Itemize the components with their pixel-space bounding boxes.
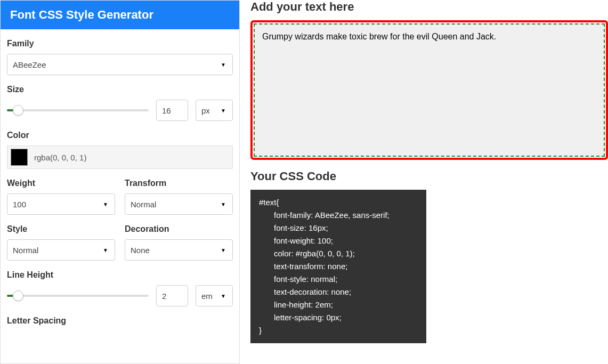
transform-label: Transform	[125, 179, 233, 188]
css-line: font-weight: 100;	[259, 234, 418, 247]
css-line: text-decoration: none;	[259, 286, 418, 298]
color-swatch-icon[interactable]	[11, 149, 28, 166]
preview-editable-area[interactable]: Grumpy wizards make toxic brew for the e…	[254, 23, 605, 157]
weight-select[interactable]: 100	[7, 193, 115, 215]
size-unit-select[interactable]: px	[196, 100, 233, 121]
line-height-label: Line Height	[7, 270, 233, 280]
size-label: Size	[7, 85, 233, 94]
decoration-select[interactable]: None	[125, 239, 233, 261]
size-input[interactable]	[156, 100, 188, 121]
family-select[interactable]: ABeeZee	[7, 54, 233, 75]
size-slider[interactable]	[7, 105, 149, 116]
weight-label: Weight	[7, 179, 115, 188]
line-height-slider[interactable]	[7, 290, 149, 301]
line-height-input[interactable]	[156, 285, 188, 306]
preview-text[interactable]: Grumpy wizards make toxic brew for the e…	[262, 32, 596, 42]
css-line: letter-spacing: 0px;	[259, 311, 418, 324]
settings-panel: Font CSS Style Generator Family ABeeZee …	[0, 0, 240, 364]
panel-scroll-area[interactable]: Family ABeeZee Size px Color	[1, 29, 239, 363]
slider-thumb-icon[interactable]	[13, 290, 23, 301]
css-line: color: #rgba(0, 0, 0, 1);	[259, 247, 418, 260]
color-value-text: rgba(0, 0, 0, 1)	[34, 153, 86, 162]
css-line: line-height: 2em;	[259, 298, 418, 311]
css-line: font-family: ABeeZee, sans-serif;	[259, 209, 418, 222]
color-label: Color	[7, 131, 233, 140]
css-close-line: }	[259, 324, 418, 337]
decoration-label: Decoration	[125, 224, 233, 234]
color-picker[interactable]: rgba(0, 0, 0, 1)	[7, 145, 233, 169]
css-line: font-style: normal;	[259, 273, 418, 286]
letter-spacing-label: Letter Spacing	[7, 316, 233, 326]
css-output[interactable]: #text{ font-family: ABeeZee, sans-serif;…	[250, 190, 426, 343]
css-line: text-transform: none;	[259, 260, 418, 273]
css-selector-line: #text{	[259, 196, 418, 209]
preview-title: Add your text here	[250, 0, 608, 14]
family-label: Family	[7, 39, 233, 48]
style-select[interactable]: Normal	[7, 239, 115, 261]
slider-thumb-icon[interactable]	[13, 105, 23, 116]
transform-select[interactable]: Normal	[125, 193, 233, 215]
css-line: font-size: 16px;	[259, 222, 418, 234]
panel-title: Font CSS Style Generator	[1, 1, 239, 29]
css-title: Your CSS Code	[250, 169, 608, 183]
preview-box: Grumpy wizards make toxic brew for the e…	[250, 20, 608, 160]
line-height-unit-select[interactable]: em	[196, 285, 233, 306]
style-label: Style	[7, 224, 115, 234]
